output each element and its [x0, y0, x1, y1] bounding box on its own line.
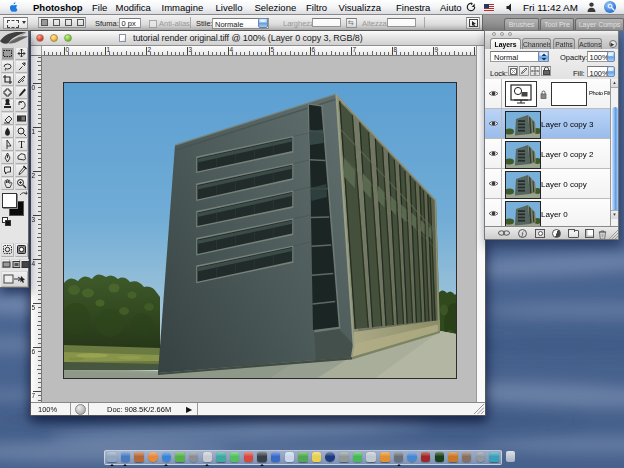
svg-text:T: T — [18, 139, 24, 150]
